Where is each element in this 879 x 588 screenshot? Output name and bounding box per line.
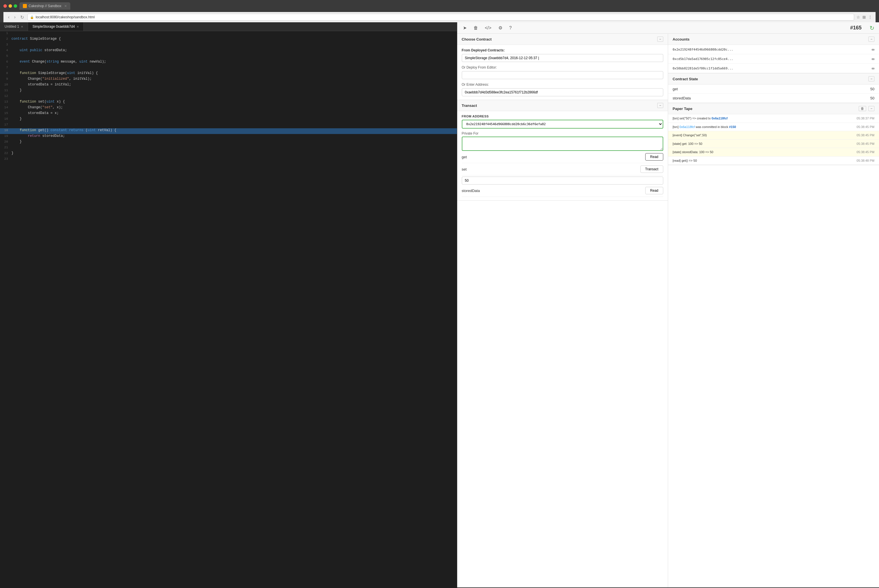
line-content-7 xyxy=(10,65,457,71)
line-num-12: 12 xyxy=(0,94,10,100)
editor-tab-untitled[interactable]: Untitled 1 ✕ xyxy=(0,22,28,31)
browser-chrome: Cakeshop // Sandbox ✕ ‹ › ↻ 🔒 localhost:… xyxy=(0,0,879,22)
log-link-block[interactable]: #150 xyxy=(729,125,736,129)
state-val-get: 50 xyxy=(870,87,874,91)
account-balance-3: ∞ xyxy=(872,66,874,70)
method-transact-set-button[interactable]: Transact xyxy=(640,165,663,173)
log-entry-3: [event] Change("set",50) 05:38:45 PM xyxy=(668,131,879,140)
log-link2-tx[interactable]: 0x6a118fcf xyxy=(680,125,695,129)
line-content-1 xyxy=(10,31,457,37)
line-content-22: } xyxy=(10,151,457,157)
line-content-21 xyxy=(10,146,457,151)
line-content-3 xyxy=(10,43,457,48)
code-line-20: 20 } xyxy=(0,140,457,146)
private-for-input[interactable] xyxy=(462,136,663,151)
delete-icon-button[interactable]: 🗑 xyxy=(472,24,479,32)
line-num-16: 16 xyxy=(0,117,10,123)
log-text-2: [txn] 0x6a118fcf was committed in block … xyxy=(673,124,854,129)
method-name-storeddata: storedData xyxy=(462,189,480,193)
editor-tab-simplestorage[interactable]: SimpleStorage 0xaebbb7d4 ✕ xyxy=(28,22,84,31)
editor-tab-untitled-label: Untitled 1 xyxy=(4,25,19,28)
extensions-icon[interactable]: ⊞ xyxy=(862,15,866,20)
line-num-14: 14 xyxy=(0,105,10,111)
browser-tab-close[interactable]: ✕ xyxy=(64,4,67,8)
transact-collapse[interactable]: − xyxy=(657,103,663,108)
settings-icon-button[interactable]: ⚙ xyxy=(497,24,504,32)
reload-button[interactable]: ↻ xyxy=(19,14,25,21)
editor-tabs: Untitled 1 ✕ SimpleStorage 0xaebbb7d4 ✕ xyxy=(0,22,457,31)
line-num-10: 10 xyxy=(0,82,10,88)
address-bar[interactable]: 🔒 localhost:8080/cakeshop/sandbox.html xyxy=(27,14,854,21)
state-val-storeddata: 50 xyxy=(870,96,874,100)
deployed-contracts-select[interactable]: SimpleStorage (0xaebbb7d4, 2016-12-12 05… xyxy=(462,54,663,62)
log-text-5: [state] storedData: 100 => 50 xyxy=(673,150,854,154)
forward-button[interactable]: › xyxy=(13,14,16,20)
code-icon-button[interactable]: </> xyxy=(484,24,493,32)
right-panel: ➤ 🗑 </> ⚙ ? #165 ↻ Choose Contract − Fro… xyxy=(457,22,879,587)
accounts-list: 0x2e219248f44546d966808cdd20c... ∞ 0xcd5… xyxy=(668,45,879,73)
browser-tab-title: Cakeshop // Sandbox xyxy=(28,4,62,8)
code-line-17: 17 xyxy=(0,123,457,128)
accounts-collapse[interactable]: − xyxy=(868,37,874,42)
minimize-window-button[interactable] xyxy=(9,4,12,8)
close-window-button[interactable] xyxy=(3,4,7,8)
deployed-contracts-wrapper: SimpleStorage (0xaebbb7d4, 2016-12-12 05… xyxy=(462,54,663,62)
state-row-storeddata: storedData 50 xyxy=(668,94,879,103)
method-read-storeddata-button[interactable]: Read xyxy=(645,187,663,194)
maximize-window-button[interactable] xyxy=(14,4,17,8)
code-line-2: 2 contract SimpleStorage { xyxy=(0,37,457,43)
choose-contract-collapse[interactable]: − xyxy=(657,37,663,42)
line-num-2: 2 xyxy=(0,37,10,43)
line-num-17: 17 xyxy=(0,123,10,128)
deploy-from-editor-select[interactable] xyxy=(462,71,663,79)
from-address-select[interactable]: 0x2e219248f44546d966808cdd20cb6c36df6efa… xyxy=(462,120,663,129)
line-content-12 xyxy=(10,94,457,100)
help-icon-button[interactable]: ? xyxy=(508,24,513,32)
enter-address-wrapper xyxy=(462,88,663,96)
line-content-18: function get() constant returns (uint re… xyxy=(10,128,457,134)
code-line-1: 1 xyxy=(0,31,457,37)
back-button[interactable]: ‹ xyxy=(7,14,10,20)
line-content-19: return storedData; xyxy=(10,134,457,140)
log-entry-2: [txn] 0x6a118fcf was committed in block … xyxy=(668,123,879,131)
line-num-9: 9 xyxy=(0,77,10,82)
line-content-2: contract SimpleStorage { xyxy=(10,37,457,43)
line-num-11: 11 xyxy=(0,88,10,94)
browser-tab-bar: Cakeshop // Sandbox ✕ xyxy=(20,2,70,10)
method-read-get-button[interactable]: Read xyxy=(645,153,663,160)
line-content-17 xyxy=(10,123,457,128)
menu-icon[interactable]: ⋮ xyxy=(868,15,872,20)
transact-body: FROM ADDRESS 0x2e219248f44546d966808cdd2… xyxy=(457,111,668,200)
deploy-from-editor-wrapper xyxy=(462,71,663,79)
transact-section: Transact − FROM ADDRESS 0x2e219248f44546… xyxy=(457,100,668,201)
browser-toolbar-icons: ☆ ⊞ ⋮ xyxy=(856,15,872,20)
line-num-22: 22 xyxy=(0,151,10,157)
paper-tape-clear-button[interactable]: 🗑 xyxy=(859,106,866,111)
account-row-3: 0x50bb02281de5f00cc1f1dd5a669... ∞ xyxy=(668,64,879,73)
method-name-get: get xyxy=(462,155,467,159)
code-line-12: 12 xyxy=(0,94,457,100)
contract-state-collapse[interactable]: − xyxy=(868,76,874,81)
line-num-8: 8 xyxy=(0,71,10,77)
code-line-10: 10 storedData = initVal; xyxy=(0,82,457,88)
accounts-section: Accounts − 0x2e219248f44546d966808cdd20c… xyxy=(668,34,879,74)
choose-contract-header: Choose Contract − xyxy=(457,34,668,45)
editor-tab-simplestorage-close[interactable]: ✕ xyxy=(76,25,79,28)
method-set-input[interactable] xyxy=(462,177,663,184)
log-link-tx1[interactable]: 0x6a118fcf xyxy=(711,117,728,120)
navigate-icon-button[interactable]: ➤ xyxy=(462,24,468,32)
bookmark-icon[interactable]: ☆ xyxy=(856,15,860,20)
account-balance-1: ∞ xyxy=(872,47,874,52)
code-line-14: 14 Change("set", x); xyxy=(0,105,457,111)
log-time-4: 05:38:45 PM xyxy=(857,141,874,146)
code-line-18: 18 function get() constant returns (uint… xyxy=(0,128,457,134)
paper-tape-collapse[interactable]: − xyxy=(868,106,874,111)
center-column: Choose Contract − From Deployed Contract… xyxy=(457,34,668,587)
app-toolbar: ➤ 🗑 </> ⚙ ? #165 ↻ xyxy=(457,22,879,34)
editor-tab-untitled-close[interactable]: ✕ xyxy=(21,25,23,28)
code-line-23: 23 xyxy=(0,157,457,163)
enter-address-input[interactable] xyxy=(462,88,663,96)
log-entry-5: [state] storedData: 100 => 50 05:38:45 P… xyxy=(668,148,879,157)
enter-address-label: Or Enter Address: xyxy=(462,82,663,87)
refresh-button[interactable]: ↻ xyxy=(870,25,874,32)
